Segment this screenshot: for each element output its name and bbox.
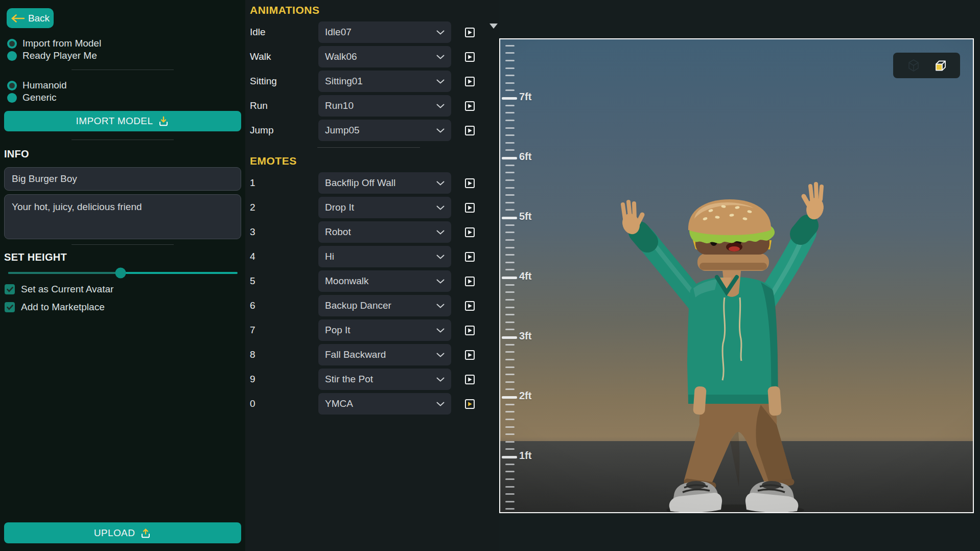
animation-select[interactable]: Moonwalk [318, 270, 451, 292]
download-icon [158, 116, 169, 127]
animation-row: 4 Hi [250, 246, 490, 267]
selected-option: Robot [325, 226, 436, 238]
ruler-minor-tick [505, 82, 515, 84]
avatar-description-input[interactable]: Your hot, juicy, delicious friend [4, 194, 241, 239]
upload-button[interactable]: UPLOAD [4, 522, 241, 543]
play-button[interactable] [465, 52, 475, 62]
upload-icon [140, 527, 151, 539]
row-label: Idle [250, 27, 318, 38]
row-label: 3 [250, 226, 318, 238]
animation-select[interactable]: Fall Backward [318, 344, 451, 365]
animation-row: 9 Stir the Pot [250, 369, 490, 390]
selected-option: Hi [325, 251, 436, 262]
play-button[interactable] [465, 375, 475, 384]
play-button[interactable] [465, 252, 475, 262]
selected-option: Idle07 [325, 27, 436, 38]
selected-option: Fall Backward [325, 349, 436, 360]
ruler-minor-tick [505, 471, 515, 472]
animations-heading: ANIMATIONS [250, 4, 490, 18]
height-slider[interactable] [8, 268, 238, 278]
animation-select[interactable]: Pop It [318, 319, 451, 341]
play-button[interactable] [465, 28, 475, 37]
animation-select[interactable]: Idle07 [318, 21, 451, 43]
radio-row-generic: Generic [7, 92, 57, 103]
chevron-down-icon [436, 104, 445, 108]
chevron-down-icon [436, 79, 445, 84]
play-button[interactable] [465, 203, 475, 213]
play-icon [467, 377, 473, 382]
chevron-down-icon [436, 128, 445, 133]
wireframe-cube-icon[interactable] [906, 58, 921, 73]
row-label: 4 [250, 251, 318, 262]
animation-select[interactable]: Hi [318, 246, 451, 267]
import-model-button[interactable]: IMPORT MODEL [4, 111, 241, 131]
selected-option: Sitting01 [325, 76, 436, 87]
animation-select[interactable]: YMCA [318, 393, 451, 415]
ruler-minor-tick [505, 344, 515, 346]
ruler-minor-tick [505, 254, 515, 256]
ruler-minor-tick [505, 67, 515, 69]
avatar-name-input[interactable] [4, 167, 241, 191]
play-button[interactable] [465, 77, 475, 86]
animation-select[interactable]: Sitting01 [318, 71, 451, 92]
animation-select[interactable]: Backup Dancer [318, 295, 451, 316]
animation-select[interactable]: Jump05 [318, 120, 451, 141]
ruler-minor-tick [505, 232, 515, 233]
chevron-down-icon [436, 55, 445, 59]
ruler-major-tick [502, 97, 517, 100]
animation-select[interactable]: Drop It [318, 197, 451, 218]
ruler-minor-tick [505, 486, 515, 488]
chevron-down-icon [436, 30, 445, 35]
animation-select[interactable]: Robot [318, 221, 451, 243]
play-button[interactable] [465, 101, 475, 111]
info-heading: INFO [4, 148, 29, 160]
ruler-minor-tick [505, 433, 515, 435]
ruler-major-tick [502, 277, 517, 279]
ruler-minor-tick [505, 404, 515, 405]
row-label: 2 [250, 202, 318, 213]
play-button[interactable] [465, 350, 475, 360]
back-button[interactable]: Back [7, 8, 54, 28]
animation-select[interactable]: Run10 [318, 95, 451, 117]
animation-rows: Idle Idle07 Walk Walk06 Sitting [250, 21, 490, 141]
chevron-down-icon [436, 181, 445, 186]
ruler-minor-tick [505, 202, 515, 203]
play-button[interactable] [465, 126, 475, 135]
checkbox-add-to-marketplace[interactable] [5, 302, 15, 312]
ruler-minor-tick [505, 441, 515, 443]
selected-option: Moonwalk [325, 276, 436, 287]
radio-humanoid[interactable] [7, 81, 17, 90]
play-icon [467, 54, 473, 60]
chevron-down-icon [436, 304, 445, 308]
emotes-heading: EMOTES [250, 155, 490, 169]
play-icon [467, 30, 473, 35]
radio-import-from-model[interactable] [7, 39, 17, 49]
viewport-3d[interactable]: 7ft6ft5ft4ft3ft2ft1ft [499, 38, 974, 513]
radio-generic[interactable] [7, 93, 17, 103]
play-button[interactable] [465, 301, 475, 311]
divider [72, 244, 174, 245]
height-slider-thumb[interactable] [115, 268, 126, 279]
play-button[interactable] [465, 277, 475, 286]
radio-ready-player-me[interactable] [7, 51, 17, 61]
ruler-minor-tick [505, 501, 515, 502]
solid-cube-icon[interactable] [932, 58, 947, 73]
animation-select[interactable]: Stir the Pot [318, 369, 451, 390]
divider [317, 147, 420, 148]
ruler-minor-tick [505, 448, 515, 450]
play-icon [467, 205, 473, 211]
play-button[interactable] [465, 399, 475, 409]
play-button[interactable] [465, 178, 475, 188]
play-button[interactable] [465, 227, 475, 237]
ruler-minor-tick [505, 45, 515, 47]
checkbox-row-set-current-avatar: Set as Current Avatar [5, 284, 113, 295]
play-button[interactable] [465, 326, 475, 335]
checkbox-set-current-avatar[interactable] [5, 284, 15, 294]
animation-row: Sitting Sitting01 [250, 71, 490, 92]
animation-select[interactable]: Walk06 [318, 46, 451, 67]
chevron-down-icon [436, 377, 445, 382]
animation-select[interactable]: Backflip Off Wall [318, 172, 451, 194]
animation-row: Jump Jump05 [250, 120, 490, 141]
collapse-panel-arrow-icon[interactable] [489, 24, 498, 29]
ruler-minor-tick [505, 224, 515, 226]
